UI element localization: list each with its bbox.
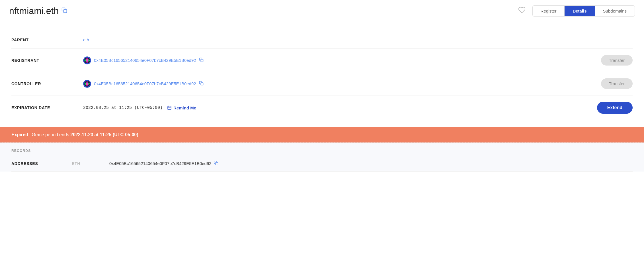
expiry-group: 2022.08.25 at 11:25 (UTC-05:00) Remind M… bbox=[83, 105, 196, 110]
registrant-label: REGISTRANT bbox=[11, 58, 74, 63]
controller-value: 0x4E05Bc165652140654e0F07b7cB429E5E1B0ed… bbox=[83, 80, 592, 88]
registrant-avatar bbox=[83, 56, 91, 64]
svg-point-7 bbox=[86, 83, 88, 85]
svg-point-3 bbox=[86, 59, 88, 62]
svg-rect-0 bbox=[64, 9, 67, 13]
header-left: nftmiami.eth bbox=[9, 6, 67, 16]
expiry-text: 2022.08.25 at 11:25 (UTC-05:00) bbox=[83, 105, 163, 110]
registrant-transfer-button[interactable]: Transfer bbox=[601, 55, 633, 66]
eth-address-value: 0x4E05Bc165652140654e0F07b7cB429E5E1B0ed… bbox=[109, 161, 218, 166]
remind-me-link[interactable]: Remind Me bbox=[167, 105, 196, 110]
controller-address-link[interactable]: 0x4E05Bc165652140654e0F07b7cB429E5E1B0ed… bbox=[94, 81, 196, 86]
expired-text: Grace period ends bbox=[32, 132, 69, 137]
svg-rect-13 bbox=[216, 162, 218, 165]
parent-label: PARENT bbox=[11, 38, 74, 42]
records-section: RECORDS ADDRESSES ETH 0x4E05Bc1656521406… bbox=[0, 142, 644, 172]
expiration-row: EXPIRATION DATE 2022.08.25 at 11:25 (UTC… bbox=[11, 95, 633, 120]
svg-rect-4 bbox=[201, 59, 203, 62]
eth-address-copy-icon[interactable] bbox=[214, 161, 218, 166]
calendar-icon bbox=[167, 105, 172, 110]
parent-value: eth bbox=[83, 37, 633, 42]
registrant-copy-icon[interactable] bbox=[199, 58, 204, 63]
tab-group: Register Details Subdomains bbox=[532, 5, 635, 17]
parent-link[interactable]: eth bbox=[83, 37, 89, 42]
expired-banner: Expired Grace period ends 2022.11.23 at … bbox=[0, 127, 644, 142]
addresses-row: ADDRESSES ETH 0x4E05Bc165652140654e0F07b… bbox=[11, 156, 633, 172]
eth-address-text: 0x4E05Bc165652140654e0F07b7cB429E5E1B0ed… bbox=[109, 161, 212, 166]
remind-me-label: Remind Me bbox=[173, 105, 196, 110]
controller-transfer-button[interactable]: Transfer bbox=[601, 78, 633, 89]
eth-sublabel: ETH bbox=[72, 161, 100, 166]
expired-date: 2022.11.23 at 11:25 (UTC-05:00) bbox=[70, 132, 138, 137]
expiration-value: 2022.08.25 at 11:25 (UTC-05:00) Remind M… bbox=[83, 105, 588, 110]
tab-register[interactable]: Register bbox=[533, 6, 565, 16]
controller-label: CONTROLLER bbox=[11, 82, 74, 86]
parent-row: PARENT eth bbox=[11, 31, 633, 49]
header: nftmiami.eth Register Details Subdomains bbox=[0, 0, 644, 22]
controller-row: CONTROLLER 0x4E05Bc165652140654e0F07b7cB… bbox=[11, 72, 633, 95]
tab-subdomains[interactable]: Subdomains bbox=[595, 6, 635, 16]
extend-button[interactable]: Extend bbox=[597, 102, 633, 114]
copy-title-icon[interactable] bbox=[61, 7, 67, 15]
favorite-button[interactable] bbox=[516, 5, 528, 17]
main-content: PARENT eth REGISTRANT 0x4E05Bc1656521406… bbox=[0, 22, 644, 120]
site-title: nftmiami.eth bbox=[9, 6, 59, 16]
svg-rect-9 bbox=[168, 106, 171, 110]
registrant-address-link[interactable]: 0x4E05Bc165652140654e0F07b7cB429E5E1B0ed… bbox=[94, 58, 196, 63]
registrant-value: 0x4E05Bc165652140654e0F07b7cB429E5E1B0ed… bbox=[83, 56, 592, 64]
expired-label: Expired bbox=[11, 132, 28, 137]
expiration-label: EXPIRATION DATE bbox=[11, 105, 74, 110]
svg-rect-8 bbox=[201, 83, 203, 85]
controller-avatar bbox=[83, 80, 91, 88]
tab-details[interactable]: Details bbox=[565, 6, 595, 16]
records-title: RECORDS bbox=[11, 143, 633, 156]
registrant-row: REGISTRANT 0x4E05Bc165652140654e0F07b7cB… bbox=[11, 49, 633, 72]
addresses-label: ADDRESSES bbox=[11, 161, 63, 166]
header-right: Register Details Subdomains bbox=[516, 5, 635, 17]
controller-copy-icon[interactable] bbox=[199, 81, 204, 86]
